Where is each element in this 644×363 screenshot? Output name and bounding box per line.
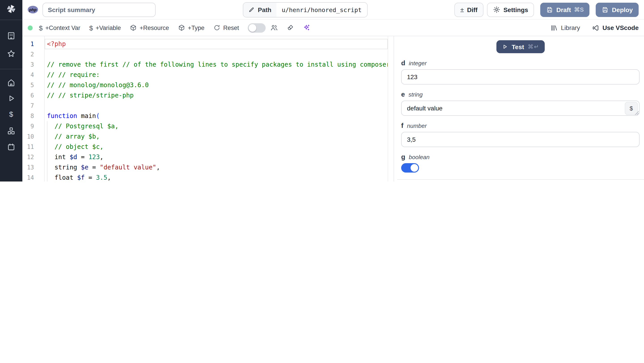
line-number: 8: [22, 111, 44, 121]
workspace-building-icon[interactable]: [0, 31, 22, 40]
main-area: php Path u/henri/honored_script ± Diff: [22, 0, 644, 181]
reset-button[interactable]: Reset: [213, 24, 239, 31]
code-lines[interactable]: <?php// remove the first // of the follo…: [45, 36, 388, 181]
test-panel: Test ⌘↵ d integer e string: [394, 36, 644, 181]
draft-button[interactable]: Draft ⌘S: [540, 2, 590, 17]
add-type-button[interactable]: +Type: [178, 24, 204, 31]
code-line: float $f = 3.5,: [45, 173, 388, 181]
library-icon: [550, 24, 558, 31]
line-number: 13: [22, 162, 44, 173]
code-line: // // stripe/stripe-php: [45, 90, 388, 101]
resources-cubes-icon[interactable]: [0, 126, 22, 135]
line-number: 1: [22, 39, 44, 49]
library-label: Library: [561, 24, 580, 31]
path-button[interactable]: Path u/henri/honored_script: [242, 2, 368, 17]
code-line: int $d = 123,: [45, 152, 388, 162]
format-brush-icon[interactable]: [286, 24, 294, 32]
draft-shortcut: ⌘S: [574, 6, 584, 13]
field-input-e[interactable]: [401, 101, 640, 116]
path-value: u/henri/honored_script: [276, 2, 367, 17]
boolean-toggle-g[interactable]: [401, 163, 419, 173]
sidebar: $: [0, 0, 22, 181]
code-line: string $e = "default value",: [45, 162, 388, 173]
field-type: number: [407, 122, 427, 129]
line-number: 12: [22, 152, 44, 162]
code-line: [45, 101, 388, 111]
home-icon[interactable]: [0, 78, 22, 87]
toggle-knob: [410, 164, 418, 172]
pencil-icon: [248, 6, 255, 13]
field-type: string: [408, 91, 423, 98]
line-number: 7: [22, 101, 44, 111]
users-icon[interactable]: [270, 24, 278, 32]
toggle-knob: [249, 24, 256, 31]
ai-sparkles-icon[interactable]: [302, 24, 310, 32]
favorites-star-icon[interactable]: [0, 49, 22, 58]
add-resource-button[interactable]: +Resource: [130, 24, 169, 31]
use-vscode-button[interactable]: Use VScode: [592, 24, 639, 31]
test-shortcut: ⌘↵: [528, 43, 539, 50]
variables-dollar-icon[interactable]: $: [0, 110, 22, 118]
add-variable-button[interactable]: $ +Variable: [89, 24, 121, 31]
code-line: // // monolog/monolog@3.6.0: [45, 80, 388, 90]
play-icon: [501, 43, 508, 50]
line-number: 3: [22, 59, 44, 70]
runs-play-icon[interactable]: [0, 94, 22, 103]
field-name: e: [401, 90, 405, 98]
schedules-calendar-icon[interactable]: [0, 143, 22, 152]
diff-label: Diff: [467, 6, 478, 13]
diff-button[interactable]: ± Diff: [454, 2, 483, 17]
line-number: 2: [22, 49, 44, 59]
library-button[interactable]: Library: [550, 24, 580, 31]
logs-result-section: Logs & Result History Auto scroll: [397, 179, 644, 181]
code-line: function main(: [45, 111, 388, 121]
sidebar-divider: [0, 69, 22, 69]
line-numbers: 12345678910111213141516171819: [22, 36, 45, 181]
settings-button[interactable]: Settings: [487, 2, 534, 17]
deploy-label: Deploy: [612, 6, 633, 13]
code-line: // // require:: [45, 70, 388, 80]
line-number: 4: [22, 70, 44, 80]
status-dot: [28, 25, 33, 30]
add-variable-label: +Variable: [96, 24, 121, 31]
field-type: integer: [409, 60, 427, 67]
dollar-icon: $: [89, 24, 93, 31]
add-context-var-label: +Context Var: [46, 24, 80, 31]
tab-logs-result[interactable]: Logs & Result: [397, 180, 442, 181]
add-type-label: +Type: [188, 24, 204, 31]
windmill-script-editor: $: [0, 0, 644, 181]
line-number: 14: [22, 173, 44, 181]
test-label: Test: [512, 43, 524, 50]
field-name: g: [401, 153, 405, 160]
package-icon: [178, 24, 185, 31]
settings-label: Settings: [503, 6, 528, 13]
top-bar: php Path u/henri/honored_script ± Diff: [22, 0, 644, 20]
tab-bar: Logs & Result History: [397, 179, 644, 181]
topbar-actions: ± Diff Settings Draft: [454, 2, 639, 17]
add-context-var-button[interactable]: $ +Context Var: [39, 24, 80, 31]
add-resource-label: +Resource: [140, 24, 169, 31]
tab-history[interactable]: History: [452, 180, 478, 181]
editor-toolbar: $ +Context Var $ +Variable +Resource +Ty…: [22, 20, 644, 36]
vscode-icon: [592, 24, 599, 31]
field-input-d[interactable]: [401, 69, 640, 84]
sidebar-divider: [0, 20, 22, 20]
field-type: boolean: [409, 154, 430, 160]
field-name: f: [401, 122, 404, 129]
windmill-logo-icon[interactable]: [0, 4, 22, 13]
field-name: d: [401, 59, 405, 67]
assistant-toggle[interactable]: [248, 23, 266, 32]
line-number: 11: [22, 142, 44, 152]
field-input-f[interactable]: [401, 132, 640, 147]
path-label-section: Path: [243, 2, 276, 17]
test-button[interactable]: Test ⌘↵: [496, 40, 544, 53]
code-line: <?php: [45, 39, 388, 49]
deploy-button[interactable]: Deploy: [596, 2, 639, 17]
script-summary-input[interactable]: [42, 2, 156, 17]
code-editor[interactable]: 12345678910111213141516171819 <?php// re…: [22, 36, 388, 181]
php-language-badge-icon: php: [28, 6, 38, 13]
dollar-icon: $: [39, 24, 43, 31]
draft-label: Draft: [556, 6, 571, 13]
resize-handle[interactable]: [634, 111, 639, 115]
panel-inputs: Test ⌘↵ d integer e string: [394, 36, 644, 173]
